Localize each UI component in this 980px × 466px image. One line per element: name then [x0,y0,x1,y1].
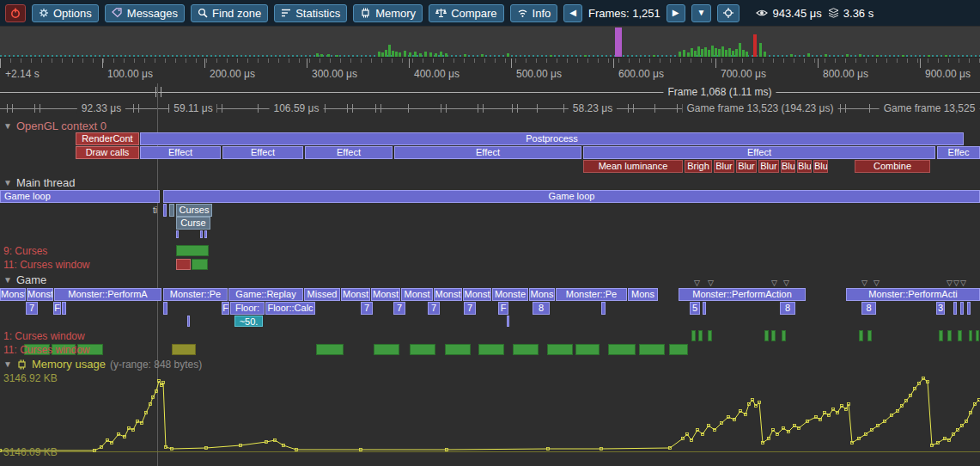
zone-7[interactable]: 7 [464,302,476,315]
goto-frame-button[interactable] [717,4,740,22]
zone-blur[interactable]: Blur [781,160,795,173]
zone-mark[interactable] [669,344,688,355]
zone-7[interactable]: 7 [393,302,405,315]
zone-mark[interactable] [764,330,769,341]
zone-mark[interactable] [169,204,174,217]
collapsed-zone-marker-icon[interactable]: ▽ [771,279,777,286]
zone-f[interactable]: F [53,302,61,315]
zone-mark[interactable] [176,259,191,270]
zone-7[interactable]: 7 [428,302,440,315]
zone-mark[interactable] [947,330,952,341]
zone-game-loop[interactable]: Game loop [0,190,160,203]
collapsed-zone-marker-icon[interactable]: ▽ [960,279,966,286]
zone-3[interactable]: 3 [936,302,945,315]
section-header-game[interactable]: ▼ Game [3,273,46,286]
zone-mark[interactable] [771,330,776,341]
zone-mark[interactable] [507,316,509,327]
zone-mark[interactable] [960,302,964,315]
zone-8[interactable]: 8 [861,302,876,315]
zone-mark[interactable] [967,302,971,315]
collapsed-zone-marker-icon[interactable]: ▽ [953,279,959,286]
zone-mark[interactable] [172,344,196,355]
zone-effect[interactable]: Effect [394,146,581,159]
toolbar-button-compare[interactable]: Compare [429,4,503,22]
zone-mark[interactable] [192,259,208,270]
zone-mark[interactable] [969,330,972,341]
zone-monste[interactable]: Monste [492,288,528,301]
section-header-main-thread[interactable]: ▼ Main thread [3,176,76,189]
zone-postprocess[interactable]: Postprocess [140,132,964,145]
zone-monst[interactable]: Monst [341,288,370,301]
frame-histogram[interactable] [0,27,980,58]
zone-mark[interactable] [163,302,167,315]
zone-blur[interactable]: Blur [736,160,757,173]
zone-8[interactable]: 8 [533,302,550,315]
collapsed-zone-marker-icon[interactable]: ▽ [708,279,714,286]
zone-mark[interactable] [867,330,872,341]
zone-mark[interactable] [601,302,606,315]
collapsed-zone-marker-icon[interactable]: ▽ [783,279,789,286]
zone-monster-performacti[interactable]: Monster::PerformActi [846,288,980,301]
zone-mark[interactable] [62,302,66,315]
zone-mark[interactable] [782,330,786,341]
zone-effect[interactable]: Effect [222,146,303,159]
zone-game-replay[interactable]: Game::Replay [228,288,303,301]
zone-mark[interactable] [176,245,209,256]
zone-f[interactable]: F [498,302,508,315]
zone-floor[interactable]: Floor: [230,302,265,315]
zone-monste[interactable]: Monste [0,288,26,301]
zone-monst[interactable]: Monst [463,288,491,301]
zone-mark[interactable] [608,344,636,355]
toolbar-button-find-zone[interactable]: Find zone [191,4,268,22]
toolbar-button-messages[interactable]: Messages [105,4,185,22]
zone-mark[interactable] [374,344,399,355]
zone-8[interactable]: 8 [780,302,795,315]
zone-monster-performa[interactable]: Monster::PerformA [54,288,161,301]
zone-mark[interactable] [953,302,957,315]
zone-mark[interactable] [478,344,504,355]
zone-mark[interactable] [575,344,600,355]
toolbar-button-memory[interactable]: Memory [353,4,423,22]
zone-mark[interactable] [163,204,167,217]
zone-mark[interactable] [316,344,344,355]
next-frame-button[interactable]: ▶ [667,4,685,22]
zone-floor-calc[interactable]: Floor::Calc [265,302,315,315]
zone-blur[interactable]: Blur [813,160,828,173]
zone-mark[interactable] [859,330,863,341]
zone-mark[interactable] [939,330,943,341]
zone-5[interactable]: 5 [690,302,700,315]
memory-plot[interactable] [0,372,980,460]
toolbar-button-statistics[interactable]: Statistics [274,4,347,22]
zone-monster-pe[interactable]: Monster::Pe [163,288,228,301]
collapsed-zone-marker-icon[interactable]: ▽ [694,279,700,286]
zone-missed[interactable]: Missed [304,288,340,301]
zone-mons[interactable]: Mons [628,288,658,301]
toolbar-button-info[interactable]: Info [510,4,558,22]
zone-monster-performaction[interactable]: Monster::PerformAction [679,288,806,301]
zone-combine[interactable]: Combine [855,160,930,173]
zone-blur[interactable]: Blur [797,160,812,173]
prev-frame-button[interactable]: ◀ [563,4,582,22]
zone-mons[interactable]: Mons [529,288,555,301]
zone-rendercont[interactable]: RenderCont [76,132,139,145]
zone-curse[interactable]: Curse [176,217,210,230]
zone-mark[interactable] [958,330,962,341]
zone-mark[interactable] [204,230,207,238]
zone-monst[interactable]: Monst [401,288,433,301]
zone-mark[interactable] [187,316,190,327]
section-header-memory[interactable]: ▼ Memory usage (y-range: 848 bytes) [3,358,202,371]
section-header-opengl[interactable]: ▼ OpenGL context 0 [3,120,107,132]
zone-effec[interactable]: Effec [937,146,980,159]
zone-7[interactable]: 7 [361,302,373,315]
collapsed-zone-marker-icon[interactable]: ▽ [947,279,953,286]
zone-mark[interactable] [639,344,665,355]
zone-mark[interactable] [976,330,979,341]
toolbar-button-options[interactable]: Options [32,4,99,22]
zone-effect[interactable]: Effect [305,146,393,159]
zone-monste[interactable]: Monste [27,288,53,301]
collapsed-zone-marker-icon[interactable]: ▽ [861,279,867,286]
zone-mark[interactable] [200,230,203,238]
zone-draw-calls[interactable]: Draw calls [76,146,139,159]
zone-mark[interactable] [176,230,179,238]
zone-mean-luminance[interactable]: Mean luminance [583,160,683,173]
